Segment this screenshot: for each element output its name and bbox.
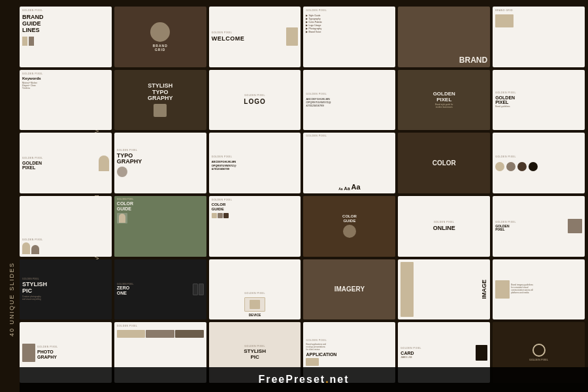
slide-30[interactable]: Brand imagery guidelinesfor consistent v… [493,259,585,320]
bottom-side-label: 40 UNIQUE SLIDES [8,262,15,336]
slide-25-text: Creative photographyand visual storytell… [22,296,109,301]
slide-7-header: GOLDEN PIXEL [22,73,109,75]
slide-5-title: BRAND [459,56,487,65]
slide-15[interactable]: GOLDEN PIXEL ABCDEFGHIJKLMNOPQRSTUVWXYZ@… [209,133,301,193]
slide-20-label: GOLDEN PIXEL [117,198,204,201]
slide-16-header: GOLDEN PIXEL [306,135,327,137]
slide-32-header: GOLDEN PIXEL [117,325,138,327]
slide-21-title: COLORGUIDE [212,203,299,211]
slide-23-title: ONLINE [433,225,455,231]
slide-22[interactable]: COLORGUIDE [303,196,395,257]
slide-24-title: GOLDENPIXEL [495,225,566,232]
slide-31-header: GOLDEN PIXEL [37,346,109,348]
slide-17-title: COLOR [433,159,456,167]
slide-13-title: GOLDENPIXEL [22,161,97,170]
slide-12[interactable]: GOLDEN PIXEL GOLDENPIXEL Brand guideline… [493,70,585,131]
slide-24-header: GOLDEN PIXEL [495,221,566,223]
slide-14-header: GOLDEN PIXEL [117,149,204,152]
slide-34-text: Brand applications andmockup presentatio… [306,343,393,351]
slide-6-header: Brand Grid [495,9,582,12]
slide-3-header: GOLDEN PIXEL [212,31,285,34]
slide-3-title: WELCOME [212,35,285,42]
slide-35-header: GOLDEN PIXEL [400,347,474,350]
slide-33-title: STYLISHPIC [244,349,266,361]
slide-13-header: GOLDEN PIXEL [22,157,97,159]
slide-14-title: TYPOGRAPHY [117,153,204,165]
slide-1-title: BRANDGUIDELINES [22,14,109,34]
slide-13[interactable]: GOLDEN PIXEL GOLDENPIXEL [20,133,112,193]
slide-2-title: BRANDGRID [153,44,168,52]
slide-15-chars: ABCDEFGHIJKLMNOPQRSTUVWXYZ@&70123456789 [212,160,299,171]
watermark-text: FreePreset.net [258,374,349,385]
slide-10-header: GOLDEN PIXEL [306,93,393,95]
slide-11-text: Brand style guide formodern businesses [435,104,453,109]
slide-9-header: GOLDEN PIXEL [244,94,265,97]
slide-25-title: STYLISHPIC [22,282,109,295]
slide-23-header: GOLDEN PIXEL [434,221,455,223]
slide-12-header: GOLDEN PIXEL [495,91,582,94]
slide-5[interactable]: BRAND [398,7,490,67]
slide-7-title: Keywords [22,76,109,80]
slide-18-header: GOLDEN PIXEL [495,155,516,158]
slide-7[interactable]: GOLDEN PIXEL Keywords Minimal • ModernEl… [20,70,112,131]
slide-2[interactable]: BRANDGRID [114,7,206,67]
slide-14[interactable]: GOLDEN PIXEL TYPOGRAPHY [114,133,206,193]
slide-11[interactable]: GOLDENPIXEL Brand style guide formodern … [398,70,490,131]
slide-4-header: GOLDEN PIXEL [306,9,393,12]
slide-35-title: CARD [400,351,474,355]
slide-36-text: GOLDEN PIXEL [529,358,548,361]
slide-26-title: ZEROONE [117,286,191,295]
slide-26[interactable]: GOLDEN PIXEL ZEROONE [114,259,206,320]
slide-25[interactable]: GOLDEN PIXEL STYLISHPIC Creative photogr… [20,259,112,320]
slide-28-title: IMAGERY [335,286,365,293]
slide-10-chars: ABCDEFGHIJKLMNOPQRSTUVWXYZ@&70123456789 [306,97,393,108]
slide-30-text: Brand imagery guidelinesfor consistent v… [511,284,582,295]
slide-21-header: GOLDEN PIXEL [212,199,299,201]
slide-3[interactable]: GOLDEN PIXEL WELCOME [209,7,301,67]
slide-33-header: GOLDEN PIXEL [244,345,265,348]
watermark-bar: FreePreset.net [20,367,588,392]
slide-6[interactable]: Brand Grid [493,7,585,67]
slide-25-header: GOLDEN PIXEL [22,278,109,280]
slide-35-label: JAMES LINE [400,356,474,359]
slide-9-title: LOGO [244,98,265,105]
slide-9[interactable]: GOLDEN PIXEL LOGO [209,70,301,131]
slide-27-header: GOLDEN PIXEL [244,292,265,295]
slide-16-aa3: Aa [351,183,361,191]
slide-19-header: GOLDEN PIXEL [22,238,43,241]
slide-22-title: COLORGUIDE [342,214,357,223]
slide-18[interactable]: GOLDEN PIXEL [493,133,585,193]
slide-28[interactable]: IMAGERY [303,259,395,320]
slide-8-title: STYLISHTYPOGRAPHY [148,83,173,103]
slide-34-title: APPLICATION [306,352,393,357]
slide-16-aa1: Aa [338,187,342,191]
slide-11-title: GOLDENPIXEL [433,91,455,103]
slide-21[interactable]: GOLDEN PIXEL COLORGUIDE [209,196,301,257]
slide-27[interactable]: GOLDEN PIXEL DEVICE [209,259,301,320]
slide-8[interactable]: STYLISHTYPOGRAPHY [114,70,206,131]
slide-29[interactable]: IMAGE [398,259,490,320]
slides-grid: GOLDEN PIXEL BRANDGUIDELINES BRANDGRID G… [20,7,585,385]
slide-24[interactable]: GOLDEN PIXEL GOLDENPIXEL [493,196,585,257]
slide-34-header: GOLDEN PIXEL [306,339,393,342]
slide-16[interactable]: GOLDEN PIXEL Aa Aa Aa [303,133,395,193]
slide-23[interactable]: GOLDEN PIXEL ONLINE [398,196,490,257]
slide-12-title: GOLDENPIXEL [495,95,582,105]
slide-17[interactable]: COLOR [398,133,490,193]
slide-20[interactable]: GOLDEN PIXEL COLORGUIDE [114,196,206,257]
slide-4[interactable]: GOLDEN PIXEL ▶ Style Guide ▶ Typography … [303,7,395,67]
slide-15-header: GOLDEN PIXEL [212,155,299,158]
slide-16-aa2: Aa [344,186,350,191]
slide-1[interactable]: GOLDEN PIXEL BRANDGUIDELINES [20,7,112,67]
slide-31-title: PHOTOGRAPHY [37,350,109,359]
slide-12-text: Brand guidelines [495,105,582,108]
slide-19[interactable]: GOLDEN PIXEL [20,196,112,257]
slide-27-title: DEVICE [249,313,261,317]
slide-10[interactable]: GOLDEN PIXEL ABCDEFGHIJKLMNOPQRSTUVWXYZ@… [303,70,395,131]
slide-1-header: GOLDEN PIXEL [22,9,109,12]
slide-29-title: IMAGE [481,280,487,299]
slide-20-title: COLORGUIDE [117,201,204,211]
